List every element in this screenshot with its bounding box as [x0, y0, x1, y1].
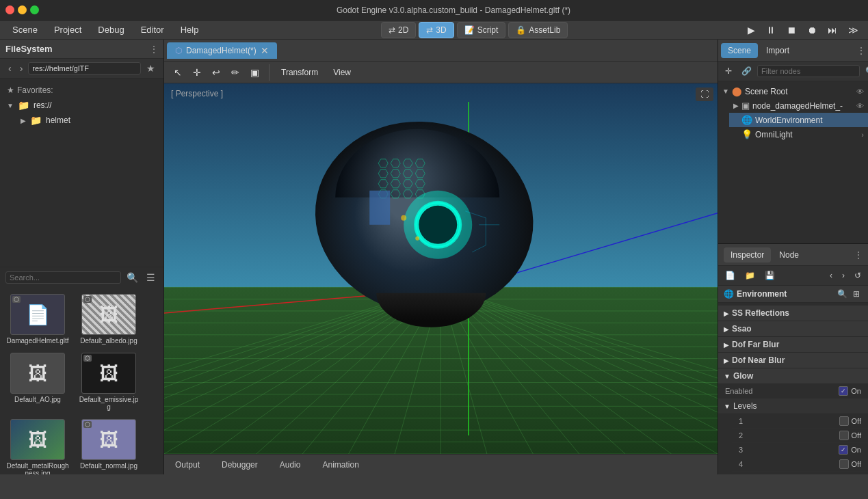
env-grid-btn[interactable]: ⊞	[850, 289, 863, 299]
node-search-btn[interactable]: 🔍	[861, 64, 868, 78]
script-btn[interactable]: 📝 Script	[457, 22, 506, 38]
file-thumb-emissive[interactable]: ⬡ 🖼 Default_emissive.jpg	[75, 350, 143, 414]
add-node-btn[interactable]: ✛	[721, 64, 736, 78]
bookmark-btn[interactable]: ★	[144, 62, 158, 75]
bottom-bar: Output Debugger Audio Animation	[164, 454, 718, 474]
record-btn[interactable]: ⏺	[803, 23, 821, 38]
switch-3d-icon: ⇄	[426, 25, 433, 35]
scale-tool-btn[interactable]: ✏	[227, 65, 244, 80]
insp-file-btn[interactable]: 📄	[721, 269, 739, 282]
section-dof-far[interactable]: ▶ Dof Far Blur	[718, 337, 868, 353]
inspector-tab-inspector[interactable]: Inspector	[724, 247, 771, 262]
menu-help[interactable]: Help	[174, 23, 206, 37]
search-btn[interactable]: 🔍	[124, 271, 141, 284]
section-ssao[interactable]: ▶ Ssao	[718, 321, 868, 337]
move-tool-btn[interactable]: ✛	[189, 65, 205, 80]
insp-forward-btn[interactable]: ›	[838, 269, 849, 282]
file-thumb-normal[interactable]: ⬡ 🖼 Default_normal.jpg	[75, 416, 143, 474]
glow-level-2-checkbox[interactable]	[839, 431, 849, 440]
scene-menu-icon[interactable]: ⋮	[857, 46, 865, 55]
scene-node-helmet[interactable]: ▶ ▣ node_damagedHelmet_- 👁	[729, 98, 868, 113]
file-thumb-label: Default_normal.jpg	[80, 462, 137, 470]
insp-back-btn[interactable]: ‹	[826, 269, 837, 282]
file-thumb-metalrough[interactable]: 🖼 Default_metalRoughness.jpg	[3, 416, 72, 474]
fs-item-res[interactable]: ▼ 📁 res://	[0, 98, 163, 113]
debugger-tab[interactable]: Debugger	[216, 458, 263, 472]
tab-close-btn[interactable]: ✕	[261, 45, 269, 56]
nav-back-btn[interactable]: ‹	[5, 62, 14, 75]
rotate-tool-btn[interactable]: ↩	[208, 65, 224, 80]
viewport[interactable]: [ Perspective ] ⛶	[164, 83, 718, 454]
file-thumb-ao[interactable]: 🖼 Default_AO.jpg	[3, 350, 72, 414]
visibility-icon[interactable]: 👁	[856, 102, 864, 110]
transform-btn[interactable]: Transform	[275, 65, 324, 80]
arrow-icon: ▶	[733, 102, 739, 109]
env-search-btn[interactable]: 🔍	[834, 289, 850, 299]
light-icon: 💡	[741, 129, 752, 139]
section-ssreflections[interactable]: ▶ SS Reflections	[718, 306, 868, 321]
visibility-icon[interactable]: 👁	[856, 87, 864, 96]
section-dof-near[interactable]: ▶ Dof Near Blur	[718, 353, 868, 368]
audio-tab[interactable]: Audio	[274, 458, 306, 472]
step-btn[interactable]: ⏭	[824, 23, 841, 38]
scene-node-worldenv[interactable]: ▶ 🌐 WorldEnvironment	[729, 113, 868, 127]
menu-scene[interactable]: Scene	[5, 23, 44, 37]
view-btn[interactable]: View	[327, 65, 357, 80]
node-label: OmniLight	[755, 130, 858, 139]
stop-btn[interactable]: ⏹	[782, 23, 800, 38]
file-thumb-gltf[interactable]: ⬡ 📄 DamagedHelmet.gltf	[3, 291, 72, 347]
scene-tab-import[interactable]: Import	[759, 43, 796, 58]
section-levels[interactable]: ▼ Levels	[718, 399, 868, 414]
maximize-btn[interactable]	[30, 5, 39, 14]
nav-forward-btn[interactable]: ›	[17, 62, 26, 75]
fs-item-helmet[interactable]: ▶ 📁 helmet	[14, 113, 163, 128]
glow-enabled-value: On	[851, 387, 861, 395]
animation-tab[interactable]: Animation	[317, 458, 364, 472]
scene-node-root[interactable]: ▼ ⬤ Scene Root 👁	[718, 84, 868, 98]
play-btn[interactable]: ▶	[744, 23, 759, 38]
glow-level-1-checkbox[interactable]	[839, 416, 849, 426]
section-glow[interactable]: ▼ Glow	[718, 368, 868, 384]
list-view-btn[interactable]: ☰	[144, 271, 158, 284]
scene-node-omnilight[interactable]: ▶ 💡 OmniLight ›	[729, 127, 868, 141]
glow-level-4-checkbox[interactable]	[839, 459, 849, 469]
scene-tab-scene[interactable]: Scene	[721, 43, 758, 58]
insp-save-btn[interactable]: 💾	[761, 269, 779, 282]
node-search-input[interactable]	[757, 65, 860, 77]
search-input[interactable]	[5, 271, 121, 284]
fullscreen-btn[interactable]: ⛶	[696, 87, 713, 101]
minimize-btn[interactable]	[18, 5, 27, 14]
inspector-tab-node[interactable]: Node	[772, 247, 806, 262]
insp-folder-btn[interactable]: 📁	[741, 269, 759, 282]
inspector-header: Inspector Node ⋮	[718, 244, 868, 266]
path-input[interactable]	[28, 62, 141, 75]
snap-tool-btn[interactable]: ▣	[246, 65, 263, 80]
filesystem-tree: ★ Favorites: ▼ 📁 res:// ▶ 📁 helmet	[0, 79, 163, 267]
glow-level-3-checkbox[interactable]: ✓	[839, 445, 848, 455]
glow-enabled-checkbox[interactable]: ✓	[839, 386, 848, 396]
res-label: res://	[34, 100, 52, 110]
file-badge-icon: ⬡	[83, 421, 92, 428]
menu-editor[interactable]: Editor	[134, 23, 171, 37]
view-2d-btn[interactable]: ⇄ 2D	[381, 22, 416, 38]
file-thumb-albedo[interactable]: ⬡ 🖼 Default_albedo.jpg	[75, 291, 143, 347]
menu-debug[interactable]: Debug	[91, 23, 131, 37]
tab-damagedhelmet[interactable]: ⬡ DamagedHelmet(*) ✕	[167, 42, 277, 59]
filesystem-menu-icon[interactable]: ⋮	[150, 44, 158, 54]
more-btn[interactable]: ≫	[844, 23, 863, 38]
insp-refresh-btn[interactable]: ↺	[850, 269, 865, 282]
view-3d-btn[interactable]: ⇄ 3D	[419, 22, 453, 38]
output-tab[interactable]: Output	[170, 458, 205, 472]
link-node-btn[interactable]: 🔗	[737, 64, 756, 78]
select-tool-btn[interactable]: ↖	[170, 65, 186, 80]
viewport-canvas	[164, 83, 718, 454]
filesystem-header: FileSystem ⋮	[0, 40, 163, 59]
environment-row: 🌐 Environment 🔍 ⊞	[718, 286, 868, 303]
assetlib-btn[interactable]: 🔒 AssetLib	[508, 22, 568, 38]
filesystem-title: FileSystem	[5, 44, 53, 54]
expand-icon[interactable]: ›	[861, 131, 864, 139]
close-btn[interactable]	[5, 5, 14, 14]
pause-btn[interactable]: ⏸	[762, 23, 780, 38]
menu-project[interactable]: Project	[47, 23, 88, 37]
inspector-menu-icon[interactable]: ⋮	[854, 250, 863, 260]
